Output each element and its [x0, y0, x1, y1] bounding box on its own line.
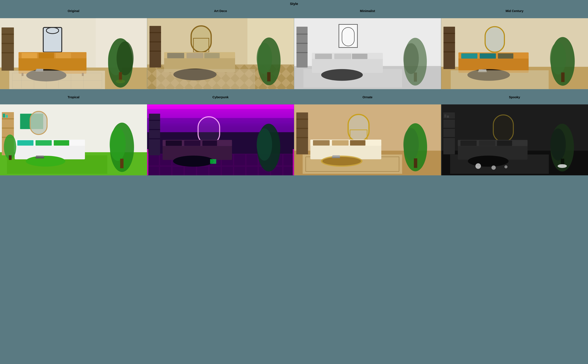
svg-rect-110: [3, 114, 5, 117]
svg-rect-73: [352, 54, 368, 59]
svg-rect-83: [443, 33, 455, 34]
image-spooky: [441, 101, 588, 179]
page-title: Style: [0, 0, 588, 7]
svg-point-32: [117, 41, 134, 75]
label-spooky: Spooky: [441, 93, 588, 101]
svg-rect-145: [166, 141, 182, 146]
svg-rect-149: [210, 159, 216, 164]
svg-rect-147: [202, 141, 217, 146]
svg-rect-170: [313, 140, 330, 146]
svg-point-98: [550, 42, 566, 74]
svg-point-34: [116, 80, 125, 83]
svg-rect-43: [149, 32, 161, 33]
svg-rect-179: [414, 158, 417, 168]
svg-rect-165: [348, 114, 369, 142]
svg-point-198: [475, 163, 481, 169]
svg-rect-77: [414, 72, 417, 82]
svg-point-204: [558, 164, 567, 168]
label-tropical: Tropical: [0, 93, 147, 101]
svg-rect-67: [296, 43, 307, 44]
svg-rect-19: [36, 69, 43, 70]
svg-rect-162: [296, 119, 308, 120]
svg-rect-51: [167, 53, 184, 58]
row2-images: [0, 101, 588, 179]
svg-point-151: [257, 128, 272, 161]
svg-rect-14: [56, 53, 71, 58]
svg-point-174: [322, 157, 361, 165]
svg-rect-45: [149, 51, 161, 52]
svg-rect-164: [296, 137, 308, 138]
svg-rect-84: [443, 42, 455, 43]
label-ornate: Ornate: [294, 93, 441, 101]
svg-point-202: [550, 129, 566, 161]
image-cyberpunk: [147, 101, 294, 179]
svg-rect-195: [479, 141, 495, 146]
svg-point-119: [26, 156, 65, 167]
svg-rect-138: [149, 129, 160, 130]
svg-point-76: [403, 43, 419, 74]
image-artdeco: [147, 15, 294, 93]
svg-rect-72: [334, 54, 351, 59]
image-tropical: [0, 101, 147, 179]
svg-rect-99: [561, 72, 565, 82]
svg-point-199: [492, 165, 496, 170]
label-cyberpunk: Cyberpunk: [147, 93, 294, 101]
svg-rect-121: [36, 156, 44, 157]
svg-rect-112: [30, 111, 47, 135]
svg-rect-6: [1, 52, 14, 53]
svg-rect-176: [333, 155, 340, 157]
svg-point-197: [468, 156, 509, 167]
image-ornate: [294, 101, 441, 179]
svg-rect-205: [441, 104, 442, 175]
svg-rect-65: [296, 27, 307, 68]
svg-rect-139: [149, 138, 160, 139]
svg-rect-194: [461, 141, 477, 146]
svg-rect-44: [149, 41, 161, 42]
svg-rect-71: [315, 54, 332, 59]
svg-rect-116: [17, 140, 33, 146]
svg-rect-153: [293, 149, 294, 175]
label-original: Original: [0, 7, 147, 15]
svg-rect-4: [1, 34, 14, 35]
svg-rect-55: [156, 69, 255, 89]
svg-rect-188: [444, 114, 446, 117]
image-minimalist: [294, 15, 441, 93]
svg-rect-90: [461, 53, 477, 58]
svg-rect-68: [296, 52, 307, 53]
svg-rect-171: [332, 140, 349, 146]
svg-rect-85: [443, 51, 455, 52]
svg-rect-66: [296, 34, 307, 35]
svg-rect-163: [296, 128, 308, 129]
svg-rect-7: [43, 27, 62, 52]
svg-rect-13: [39, 53, 54, 58]
row1-images: [0, 15, 588, 93]
svg-rect-146: [184, 141, 200, 146]
svg-rect-124: [120, 159, 124, 168]
svg-point-123: [110, 128, 126, 161]
svg-rect-126: [9, 155, 12, 160]
svg-rect-117: [35, 140, 52, 146]
svg-point-200: [504, 165, 508, 168]
svg-rect-189: [447, 116, 449, 118]
svg-rect-196: [497, 141, 512, 146]
svg-rect-92: [498, 53, 514, 58]
svg-rect-12: [22, 53, 37, 58]
svg-rect-186: [443, 128, 455, 129]
svg-rect-63: [339, 24, 357, 47]
svg-rect-46: [191, 26, 211, 52]
svg-point-148: [173, 156, 214, 167]
svg-rect-187: [443, 137, 455, 138]
svg-rect-20: [9, 71, 105, 89]
row2-labels: Tropical Cyberpunk Ornate Spooky: [0, 93, 588, 101]
svg-point-57: [257, 43, 272, 74]
svg-rect-86: [485, 27, 504, 52]
svg-rect-108: [2, 128, 14, 129]
svg-rect-190: [493, 115, 514, 142]
svg-rect-185: [443, 119, 455, 120]
svg-rect-91: [480, 53, 496, 58]
label-minimalist: Minimalist: [294, 7, 441, 15]
svg-rect-52: [187, 53, 204, 58]
row1-labels: Original Art Deco Minimalist Mid Century: [0, 7, 588, 15]
svg-point-74: [321, 69, 363, 81]
label-artdeco: Art Deco: [147, 7, 294, 15]
